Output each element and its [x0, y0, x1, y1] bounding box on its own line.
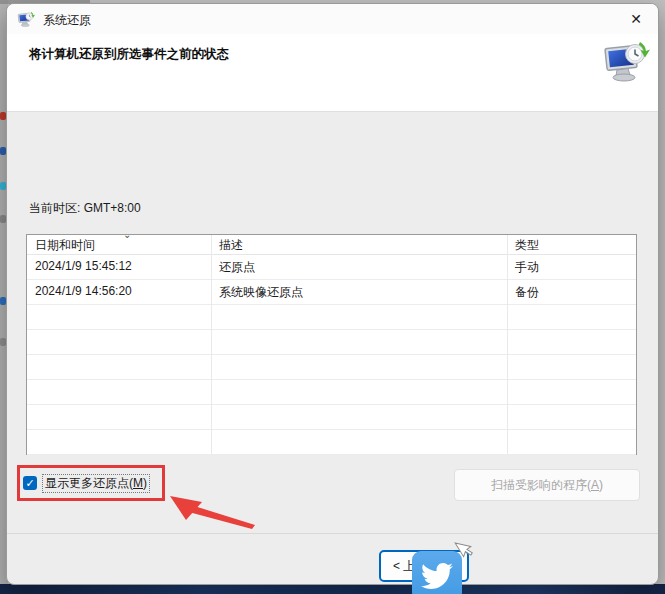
column-header-description[interactable]: 描述 — [219, 237, 243, 254]
table-cell: 备份 — [515, 284, 539, 301]
column-divider — [211, 235, 212, 454]
table-row-empty — [27, 330, 636, 355]
footer-divider — [7, 533, 658, 534]
table-row-empty — [27, 430, 636, 455]
table-header-row[interactable]: 日期和时间 ⌄ 描述 类型 — [27, 235, 636, 255]
restore-points-table[interactable]: 日期和时间 ⌄ 描述 类型 2024/1/9 15:45:12还原点手动2024… — [26, 234, 637, 455]
timezone-label: 当前时区: GMT+8:00 — [29, 200, 141, 217]
scan-affected-programs-button[interactable]: 扫描受影响的程序(A) — [454, 469, 640, 501]
column-header-type[interactable]: 类型 — [515, 237, 539, 254]
table-cell: 2024/1/9 15:45:12 — [35, 259, 132, 273]
twitter-icon[interactable] — [412, 551, 462, 594]
table-cell: 手动 — [515, 259, 539, 276]
table-row[interactable]: 2024/1/9 15:45:12还原点手动 — [27, 255, 636, 280]
system-restore-dialog: 系统还原 ✕ 将计算机还原到所选事件之前的状态 — [6, 3, 659, 585]
twitter-bird-icon — [421, 560, 453, 592]
checkbox-label[interactable]: 显示更多还原点(M) — [42, 474, 150, 493]
checkbox-access-key: M — [133, 476, 143, 490]
table-row-empty — [27, 380, 636, 405]
table-row[interactable]: 2024/1/9 14:56:20系统映像还原点备份 — [27, 280, 636, 305]
close-icon[interactable]: ✕ — [622, 6, 650, 32]
titlebar[interactable]: 系统还原 ✕ — [7, 4, 658, 34]
table-cell: 系统映像还原点 — [219, 284, 303, 301]
system-restore-icon — [602, 37, 650, 85]
sort-chevron-icon: ⌄ — [123, 229, 131, 240]
show-more-restore-points-row[interactable]: ✓ 显示更多还原点(M) — [23, 472, 150, 494]
screenshot-stage: 系统还原 ✕ 将计算机还原到所选事件之前的状态 — [0, 0, 665, 594]
scan-button-text: 扫描受影响的程序( — [491, 477, 591, 494]
table-row-empty — [27, 405, 636, 430]
checkbox-label-text: 显示更多还原点( — [45, 476, 133, 490]
checkbox-checked[interactable]: ✓ — [23, 476, 37, 490]
scan-button-text: ) — [599, 478, 603, 492]
table-body: 2024/1/9 15:45:12还原点手动2024/1/9 14:56:20系… — [27, 255, 636, 455]
table-cell: 还原点 — [219, 259, 255, 276]
window-title: 系统还原 — [43, 12, 91, 29]
taskbar-strip — [0, 584, 665, 594]
column-header-date[interactable]: 日期和时间 — [35, 237, 95, 254]
page-title: 将计算机还原到所选事件之前的状态 — [29, 46, 229, 63]
column-divider — [507, 235, 508, 454]
table-cell: 2024/1/9 14:56:20 — [35, 284, 132, 298]
wizard-header: 将计算机还原到所选事件之前的状态 — [7, 34, 658, 112]
table-row-empty — [27, 305, 636, 330]
system-restore-icon — [17, 10, 35, 28]
checkbox-label-text: ) — [143, 476, 147, 490]
table-row-empty — [27, 355, 636, 380]
scan-button-access-key: A — [591, 478, 599, 492]
